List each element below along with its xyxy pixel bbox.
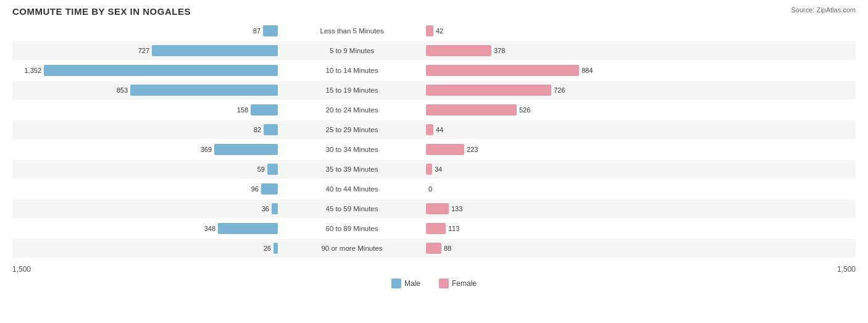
- bar-female: [426, 243, 441, 254]
- row-label: 25 to 29 Minutes: [278, 126, 426, 133]
- value-male: 82: [254, 126, 261, 133]
- value-male: 369: [201, 146, 212, 153]
- row-label: 90 or more Minutes: [278, 245, 426, 252]
- legend: Male Female: [12, 279, 856, 288]
- value-female: 44: [436, 126, 443, 133]
- row-label: Less than 5 Minutes: [278, 27, 426, 35]
- right-section: 0: [426, 180, 691, 198]
- legend-male-box: [391, 279, 401, 288]
- value-female: 884: [582, 67, 593, 74]
- right-section: 526: [426, 101, 691, 119]
- value-male: 96: [251, 185, 259, 193]
- value-female: 378: [494, 47, 505, 54]
- left-section: 1,352: [12, 61, 278, 80]
- bar-male: [218, 223, 278, 234]
- bar-male: [272, 203, 278, 214]
- value-male: 853: [117, 86, 128, 94]
- table-row: 9640 to 44 Minutes0: [12, 180, 856, 198]
- value-female: 34: [435, 166, 442, 173]
- bar-female: [426, 164, 432, 175]
- right-section: 133: [426, 199, 691, 218]
- bar-male: [152, 45, 278, 56]
- table-row: 5935 to 39 Minutes34: [12, 160, 856, 178]
- legend-female-box: [439, 279, 449, 288]
- value-female: 726: [554, 86, 565, 94]
- legend-male-label: Male: [404, 279, 420, 288]
- left-section: 36: [12, 199, 278, 218]
- left-section: 348: [12, 219, 278, 238]
- right-section: 42: [426, 22, 691, 40]
- left-section: 87: [12, 22, 278, 40]
- bar-female: [426, 144, 464, 155]
- value-female: 133: [451, 205, 462, 212]
- table-row: 3645 to 59 Minutes133: [12, 199, 856, 218]
- row-label: 40 to 44 Minutes: [278, 185, 426, 193]
- axis-right-label: 1,500: [590, 265, 856, 274]
- legend-male: Male: [391, 279, 420, 288]
- left-section: 853: [12, 81, 278, 99]
- right-section: 113: [426, 219, 691, 238]
- left-section: 369: [12, 140, 278, 159]
- right-section: 88: [426, 239, 691, 258]
- value-male: 87: [253, 27, 261, 35]
- table-row: 85315 to 19 Minutes726: [12, 81, 856, 99]
- row-label: 15 to 19 Minutes: [278, 86, 426, 94]
- bar-male: [267, 164, 278, 175]
- value-male: 26: [264, 245, 271, 252]
- value-female: 526: [519, 106, 530, 114]
- bar-male: [261, 183, 278, 195]
- bar-male: [251, 104, 278, 115]
- bar-female: [426, 25, 433, 36]
- bar-male: [263, 25, 278, 36]
- row-label: 60 to 89 Minutes: [278, 225, 426, 232]
- value-female: 223: [467, 146, 478, 153]
- left-section: 59: [12, 160, 278, 178]
- right-section: 378: [426, 41, 691, 60]
- axis-left-label: 1,500: [12, 265, 278, 274]
- value-male: 158: [237, 106, 248, 114]
- left-section: 26: [12, 239, 278, 258]
- source-label: Source: ZipAtlas.com: [791, 6, 856, 14]
- bar-male: [214, 144, 278, 155]
- value-male: 1,352: [24, 67, 41, 74]
- right-section: 223: [426, 140, 691, 159]
- bar-female: [426, 223, 446, 234]
- value-female: 113: [448, 225, 459, 232]
- table-row: 7275 to 9 Minutes378: [12, 41, 856, 60]
- bar-female: [426, 104, 517, 115]
- right-section: 44: [426, 120, 691, 139]
- row-label: 45 to 59 Minutes: [278, 205, 426, 212]
- table-row: 1,35210 to 14 Minutes884: [12, 61, 856, 80]
- row-label: 5 to 9 Minutes: [278, 47, 426, 54]
- table-row: 34860 to 89 Minutes113: [12, 219, 856, 238]
- table-row: 15820 to 24 Minutes526: [12, 101, 856, 119]
- bar-male: [44, 65, 278, 76]
- value-female: 0: [428, 185, 432, 193]
- row-label: 10 to 14 Minutes: [278, 67, 426, 74]
- bar-female: [426, 45, 491, 56]
- bar-female: [426, 124, 433, 135]
- row-label: 30 to 34 Minutes: [278, 146, 426, 153]
- value-female: 42: [436, 27, 443, 35]
- row-label: 20 to 24 Minutes: [278, 106, 426, 114]
- table-row: 36930 to 34 Minutes223: [12, 140, 856, 159]
- value-male: 348: [204, 225, 215, 232]
- bar-female: [426, 85, 551, 96]
- value-female: 88: [444, 245, 451, 252]
- left-section: 96: [12, 180, 278, 198]
- legend-female: Female: [439, 279, 477, 288]
- right-section: 884: [426, 61, 691, 80]
- bars-area: 87Less than 5 Minutes427275 to 9 Minutes…: [12, 22, 856, 262]
- bar-female: [426, 203, 449, 214]
- bar-male: [264, 124, 278, 135]
- bar-female: [426, 65, 579, 76]
- row-label: 35 to 39 Minutes: [278, 166, 426, 173]
- table-row: 8225 to 29 Minutes44: [12, 120, 856, 139]
- axis-labels: 1,500 1,500: [12, 262, 856, 276]
- right-section: 726: [426, 81, 691, 99]
- bar-male: [273, 243, 278, 254]
- table-row: 87Less than 5 Minutes42: [12, 22, 856, 40]
- chart-title: COMMUTE TIME BY SEX IN NOGALES: [12, 6, 856, 17]
- bar-male: [130, 85, 278, 96]
- legend-female-label: Female: [452, 279, 477, 288]
